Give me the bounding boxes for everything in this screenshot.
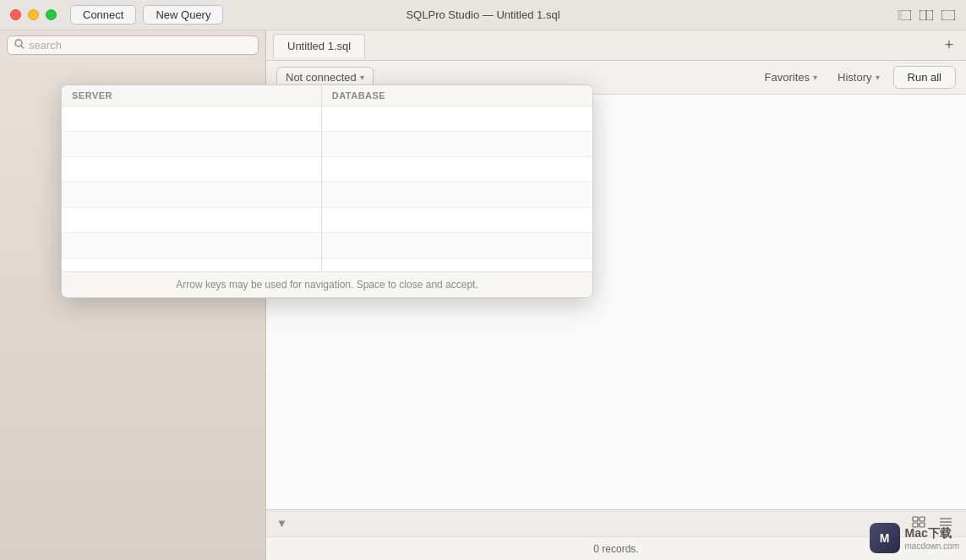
run-all-button[interactable]: Run all bbox=[893, 66, 956, 89]
server-list bbox=[62, 106, 321, 271]
list-item[interactable] bbox=[62, 208, 321, 233]
connection-label: Not connected bbox=[286, 71, 357, 84]
list-item[interactable] bbox=[322, 208, 592, 233]
list-item[interactable] bbox=[62, 106, 321, 132]
popup-footer: Arrow keys may be used for navigation. S… bbox=[62, 271, 592, 297]
list-item[interactable] bbox=[62, 233, 321, 258]
list-item[interactable] bbox=[322, 106, 592, 132]
split-view-icon[interactable] bbox=[919, 9, 934, 21]
window-controls bbox=[897, 9, 956, 21]
database-column: DATABASE bbox=[322, 85, 592, 271]
tab-untitled-1[interactable]: Untitled 1.sql bbox=[273, 34, 365, 57]
watermark-logo: M bbox=[870, 523, 900, 553]
history-button[interactable]: History ▾ bbox=[831, 68, 886, 87]
watermark: M Mac下载 macdown.com bbox=[870, 523, 959, 553]
maximize-button[interactable] bbox=[46, 9, 57, 20]
watermark-url: macdown.com bbox=[905, 541, 959, 551]
database-header: DATABASE bbox=[322, 85, 592, 106]
list-item[interactable] bbox=[322, 258, 592, 271]
watermark-text: Mac下载 bbox=[905, 526, 959, 541]
svg-line-6 bbox=[21, 46, 24, 48]
records-bar: 0 records. bbox=[266, 536, 966, 560]
server-database-popup: SERVER DATABASE Arro bbox=[61, 84, 593, 298]
window-title: SQLPro Studio — Untitled 1.sql bbox=[406, 8, 559, 21]
records-count: 0 records. bbox=[593, 543, 638, 555]
fullscreen-icon[interactable] bbox=[941, 9, 956, 21]
svg-rect-1 bbox=[898, 10, 902, 20]
list-item[interactable] bbox=[322, 233, 592, 258]
svg-rect-8 bbox=[920, 517, 925, 521]
filter-icon[interactable]: ▼ bbox=[276, 517, 287, 530]
list-item[interactable] bbox=[322, 132, 592, 157]
tab-add-button[interactable]: + bbox=[939, 35, 959, 56]
history-label: History bbox=[838, 71, 871, 84]
favorites-chevron-icon: ▾ bbox=[813, 73, 817, 82]
bottom-toolbar: ▼ bbox=[266, 509, 966, 536]
favorites-button[interactable]: Favorites ▾ bbox=[758, 68, 824, 87]
list-item[interactable] bbox=[322, 182, 592, 208]
sidebar-left-icon[interactable] bbox=[897, 9, 912, 21]
database-list bbox=[322, 106, 592, 271]
search-input[interactable] bbox=[29, 39, 251, 52]
list-item[interactable] bbox=[62, 132, 321, 157]
new-query-button[interactable]: New Query bbox=[143, 5, 223, 24]
popup-content: SERVER DATABASE bbox=[62, 85, 592, 271]
traffic-lights bbox=[10, 9, 57, 20]
connect-button[interactable]: Connect bbox=[70, 5, 136, 24]
list-item[interactable] bbox=[62, 182, 321, 208]
svg-rect-7 bbox=[913, 517, 918, 521]
server-column: SERVER bbox=[62, 85, 322, 271]
titlebar-buttons: Connect New Query bbox=[70, 5, 223, 24]
list-item[interactable] bbox=[322, 157, 592, 182]
history-chevron-icon: ▾ bbox=[876, 73, 880, 82]
chevron-down-icon: ▾ bbox=[360, 73, 364, 82]
search-input-wrap[interactable] bbox=[7, 35, 259, 55]
server-header: SERVER bbox=[62, 85, 321, 106]
search-bar bbox=[0, 30, 265, 60]
list-item[interactable] bbox=[62, 157, 321, 182]
search-icon bbox=[14, 39, 25, 52]
tab-bar: Untitled 1.sql + bbox=[266, 30, 966, 61]
minimize-button[interactable] bbox=[28, 9, 39, 20]
favorites-label: Favorites bbox=[765, 71, 810, 84]
titlebar: Connect New Query SQLPro Studio — Untitl… bbox=[0, 0, 966, 30]
close-button[interactable] bbox=[10, 9, 21, 20]
svg-rect-4 bbox=[941, 10, 955, 20]
